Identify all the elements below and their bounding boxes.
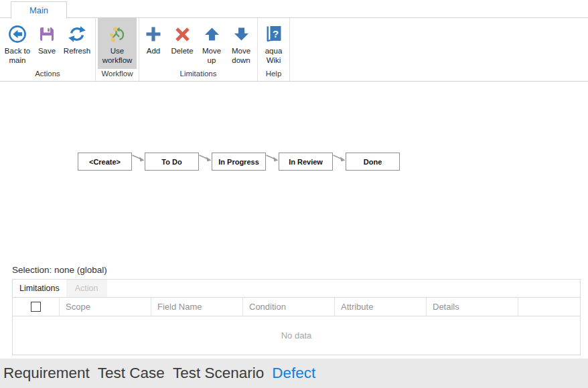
button-label: Move up [198, 47, 226, 65]
workflow-arrow [132, 153, 145, 163]
ribbon-group-workflow: Use workflow Workflow [96, 18, 139, 81]
svg-text:?: ? [272, 28, 278, 39]
book-question-icon: ? [265, 21, 283, 47]
header-checkbox-cell [13, 298, 60, 316]
selection-status-text: Selection: none (global) [12, 265, 588, 277]
column-header-details: Details [427, 298, 518, 316]
workflow-state-in-progress[interactable]: In Progress [212, 153, 266, 171]
workflow-arrow [199, 153, 212, 163]
refresh-icon [68, 21, 86, 47]
use-workflow-button[interactable]: Use workflow [98, 18, 137, 69]
save-icon [38, 21, 56, 47]
workflow-canvas: <Create> To Do In Progress In Review Don… [0, 82, 588, 262]
button-label: Back to main [1, 47, 33, 65]
move-down-button[interactable]: Move down [226, 18, 256, 65]
workflow-state-done[interactable]: Done [346, 153, 400, 171]
column-header-condition: Condition [243, 298, 335, 316]
use-workflow-icon [108, 21, 127, 47]
no-data-message: No data [281, 330, 312, 341]
button-label: aqua Wiki [259, 47, 289, 65]
table-empty-state: No data [12, 316, 581, 355]
table-header-row: Scope Field Name Condition Attribute Det… [12, 298, 581, 316]
add-button[interactable]: Add [140, 18, 167, 56]
button-label: Use workflow [98, 47, 137, 65]
save-button[interactable]: Save [33, 18, 60, 56]
tab-limitations[interactable]: Limitations [13, 280, 66, 297]
nav-item-test-scenario[interactable]: Test Scenario [173, 365, 264, 382]
column-header-scope: Scope [60, 298, 151, 316]
ribbon-group-label: Limitations [139, 69, 257, 81]
nav-item-defect[interactable]: Defect [272, 365, 315, 382]
plus-icon [145, 21, 162, 47]
button-label: Move down [226, 47, 256, 65]
ribbon-group-label: Actions [0, 69, 95, 81]
workflow-editor-screen: Main Back to main [0, 0, 588, 388]
delete-button[interactable]: Delete [167, 18, 198, 56]
workflow-state-todo[interactable]: To Do [145, 153, 199, 171]
tab-action[interactable]: Action [66, 280, 107, 297]
panel-tabstrip: Limitations Action [12, 279, 581, 298]
ribbon-group-limitations: Add Delete Move up [139, 18, 258, 81]
ribbon: Back to main Save [0, 18, 588, 82]
ribbon-tabstrip: Main [0, 0, 588, 18]
workflow-state-create[interactable]: <Create> [78, 153, 132, 171]
column-header-empty [518, 298, 580, 316]
ribbon-group-actions: Back to main Save [0, 18, 96, 81]
limitations-panel: Limitations Action Scope Field Name Cond… [12, 279, 581, 355]
nav-item-requirement[interactable]: Requirement [3, 365, 90, 382]
button-label: Add [147, 47, 160, 56]
button-label: Save [38, 47, 56, 56]
back-icon [8, 21, 27, 47]
workflow-arrow [266, 153, 279, 163]
refresh-button[interactable]: Refresh [60, 18, 94, 56]
column-header-attribute: Attribute [335, 298, 427, 316]
ribbon-group-label: Help [258, 69, 289, 81]
button-label: Delete [171, 47, 193, 56]
ribbon-group-help: ? aqua Wiki Help [258, 18, 290, 81]
select-all-checkbox[interactable] [31, 302, 41, 312]
column-header-field-name: Field Name [151, 298, 243, 316]
ribbon-group-label: Workflow [96, 69, 139, 81]
button-label: Refresh [64, 47, 90, 56]
arrow-up-icon [204, 21, 220, 47]
tab-main[interactable]: Main [11, 1, 67, 19]
move-up-button[interactable]: Move up [198, 18, 226, 65]
back-to-main-button[interactable]: Back to main [1, 18, 33, 65]
workflow-state-in-review[interactable]: In Review [279, 153, 333, 171]
nav-item-test-case[interactable]: Test Case [98, 365, 165, 382]
arrow-down-icon [234, 21, 249, 47]
workflow-arrow [333, 153, 346, 163]
delete-x-icon [174, 21, 191, 47]
item-type-nav: Requirement Test Case Test Scenario Defe… [0, 359, 588, 388]
aqua-wiki-button[interactable]: ? aqua Wiki [259, 18, 289, 65]
